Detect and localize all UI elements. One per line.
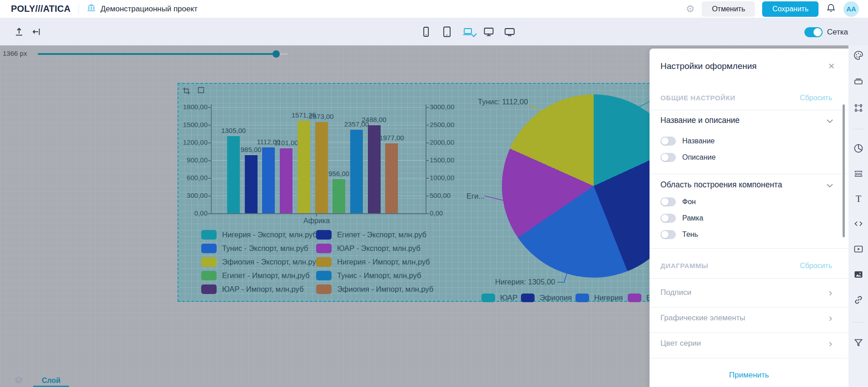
reset-general-button[interactable]: Сбросить: [800, 94, 832, 102]
selected-component[interactable]: 1800,001500,001200,00900,00600,00300,000…: [178, 83, 709, 302]
bar-Нигерия - Импорт, млн,руб: [315, 122, 328, 213]
text-icon[interactable]: T: [853, 193, 864, 204]
bar-ЮАР - Экспорт, млн.руб: [280, 148, 293, 213]
right-axis-tick-label: 0,00: [430, 209, 443, 217]
chevron-down-icon[interactable]: [827, 184, 833, 188]
tablet-preview-icon[interactable]: [441, 25, 453, 38]
toggle-border[interactable]: [660, 214, 676, 223]
bar-ЮАР - Импорт, млн,руб: [368, 125, 381, 213]
appearance-settings-panel: Настройки оформления ✕ ОБЩИЕ НАСТРОЙКИ С…: [650, 49, 848, 387]
legend-item: Нигерия - Экспорт, млн.руб: [201, 230, 316, 240]
right-axis-tick-label: 1500,00: [430, 156, 454, 164]
chevron-right-icon[interactable]: ›: [829, 339, 832, 349]
arrow-to-start-icon[interactable]: [31, 26, 42, 37]
section-diagrams: ДИАГРАММЫ: [660, 262, 708, 269]
close-icon[interactable]: ✕: [828, 61, 835, 71]
x-axis-label: Африка: [271, 217, 362, 225]
nav-graphic-elements[interactable]: Графические элементы: [660, 314, 745, 323]
slider-handle[interactable]: [273, 50, 280, 58]
legend-label: ЮАР - Экспорт, млн.руб: [337, 244, 421, 253]
avatar[interactable]: AA: [843, 1, 859, 17]
drawer-icon[interactable]: [853, 75, 864, 86]
grid-toggle[interactable]: [804, 27, 823, 37]
toggle-description-label: Описание: [682, 153, 716, 162]
bell-icon[interactable]: [826, 3, 836, 15]
section-general-settings: ОБЩИЕ НАСТРОЙКИ: [660, 94, 735, 102]
cancel-button[interactable]: Отменить: [702, 1, 755, 17]
legend-swatch: [575, 294, 589, 302]
pie-legend-item: ЮАР: [481, 294, 517, 302]
bar-Египет - Импорт, млн,руб: [332, 179, 345, 213]
toggle-title[interactable]: [660, 137, 676, 146]
toggle-shadow[interactable]: [660, 230, 676, 239]
right-axis-tick-label: 1000,00: [430, 174, 454, 181]
tv-preview-icon[interactable]: [503, 25, 516, 38]
rotate-frame-icon[interactable]: [196, 86, 206, 98]
svg-icon[interactable]: SVG: [853, 168, 864, 179]
phone-preview-icon[interactable]: [420, 25, 432, 38]
legend-label: Тунис - Экспорт, млн.руб: [222, 244, 308, 253]
grid-toggle-label: Сетка: [827, 28, 848, 37]
legend-label: ЮАР: [500, 294, 517, 302]
group-title-description[interactable]: Название и описание: [660, 116, 739, 125]
legend-label: Эфиопия: [540, 294, 572, 302]
reset-diagrams-button[interactable]: Сбросить: [800, 262, 832, 270]
filter-icon[interactable]: [853, 337, 864, 348]
legend-label: Тунис - Импорт, млн,руб: [337, 271, 421, 280]
upload-icon[interactable]: [14, 26, 25, 37]
apply-button[interactable]: Применить: [650, 371, 848, 380]
right-axis-line: [426, 104, 427, 213]
video-icon[interactable]: [853, 244, 864, 255]
pie-legend-item: Нигерия: [575, 294, 623, 302]
image-icon[interactable]: [853, 269, 864, 280]
legend-label: Египет - Экспорт, млн.руб: [337, 230, 427, 239]
save-button[interactable]: Сохранить: [762, 1, 818, 17]
bar-chart-plot: [211, 107, 426, 213]
slider-fill: [38, 53, 276, 55]
crop-frame-icon[interactable]: [181, 86, 191, 98]
svg-text:SVG: SVG: [855, 172, 862, 176]
chevron-right-icon[interactable]: ›: [829, 288, 832, 298]
x-axis-tick: [316, 214, 317, 216]
toggle-description[interactable]: [660, 153, 676, 162]
legend-swatch: [628, 294, 641, 302]
pie-legend-item: Эфиопия: [521, 294, 572, 302]
tab-layer[interactable]: Слой: [42, 377, 60, 385]
layers-icon: [14, 376, 24, 386]
chevron-down-icon[interactable]: [827, 119, 833, 123]
palette-icon[interactable]: [853, 50, 864, 61]
legend-label: Эфиопия - Импорт, млн,руб: [337, 285, 433, 294]
transform-icon[interactable]: [853, 103, 864, 113]
bar-Тунис - Экспорт, млн.руб: [262, 147, 275, 213]
chevron-right-icon[interactable]: ›: [829, 314, 832, 323]
group-component-area[interactable]: Область построения компонента: [660, 180, 782, 190]
rail-divider: [852, 129, 864, 129]
right-axis-tick: [426, 107, 429, 108]
nav-series-color[interactable]: Цвет серии: [660, 339, 701, 348]
toggle-background[interactable]: [660, 197, 676, 206]
legend-item: ЮАР - Экспорт, млн.руб: [316, 244, 431, 253]
legend-label: Египет - Импорт, млн,руб: [222, 271, 310, 280]
canvas-width-slider[interactable]: [38, 53, 288, 55]
legend-swatch: [201, 244, 217, 253]
legend-item: Египет - Экспорт, млн.руб: [316, 230, 431, 240]
legend-swatch: [201, 257, 217, 267]
right-axis-tick-label: 500,00: [430, 191, 451, 199]
legend-label: Нигерия: [594, 294, 623, 302]
pie-chart-icon[interactable]: [853, 143, 864, 154]
bank-icon: [86, 3, 96, 15]
legend-swatch: [316, 257, 332, 267]
gear-icon[interactable]: ⚙: [686, 4, 695, 14]
toolbar: Сетка: [0, 18, 868, 45]
laptop-preview-icon[interactable]: [461, 25, 474, 38]
app-root: POLY///ATICA Демонстрационный проект ⚙ О…: [0, 0, 868, 387]
bar-Нигерия - Экспорт, млн.руб: [227, 136, 240, 213]
panel-scrollbar[interactable]: [843, 104, 845, 237]
device-size-switcher: [420, 25, 516, 38]
nav-labels[interactable]: Подписи: [660, 288, 691, 297]
legend-label: Нигерия - Экспорт, млн.руб: [222, 230, 317, 239]
monitor-preview-icon[interactable]: [482, 25, 495, 38]
legend-swatch: [521, 294, 535, 302]
code-icon[interactable]: [853, 218, 864, 229]
link-icon[interactable]: [853, 294, 864, 305]
